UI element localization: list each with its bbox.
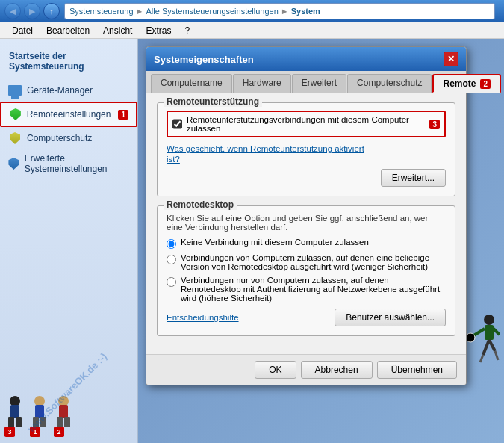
- soccer-decoration: [467, 314, 500, 368]
- up-button[interactable]: ↑: [43, 3, 60, 19]
- figure-3: 3: [3, 396, 27, 437]
- figure-2: 2: [52, 396, 75, 437]
- remote-support-link-block: Was geschieht, wenn Remoteunterstützung …: [167, 143, 446, 164]
- sidebar-item-geraete[interactable]: Geräte-Manager: [0, 79, 137, 102]
- decoration-figures: 3 1 2: [3, 396, 75, 437]
- dialog-body: Remoteunterstützung Remoteunterstützungs…: [146, 93, 466, 354]
- shield-blue-icon: [7, 156, 20, 171]
- svg-line-4: [480, 355, 483, 362]
- nav-buttons: ◀ ▶ ↑: [4, 3, 60, 19]
- radio-allow-nla-label: Verbindungen nur von Computern zulassen,…: [181, 276, 446, 303]
- sidebar-item-remote-label: Remoteeinstellungen: [27, 109, 111, 120]
- tab-remote-label: Remote: [443, 78, 476, 89]
- annotation-3: 3: [429, 120, 440, 129]
- title-bar: ◀ ▶ ↑ Systemsteuerung ► Alle Systemsteue…: [0, 0, 504, 22]
- computer-icon: [7, 83, 22, 98]
- radio-no-connect-input[interactable]: [167, 239, 176, 249]
- ok-button[interactable]: OK: [255, 361, 296, 379]
- sidebar-item-geraete-label: Geräte-Manager: [27, 85, 93, 96]
- annotation-1: 1: [118, 110, 128, 120]
- tab-computername[interactable]: Computername: [151, 74, 232, 93]
- menu-datei[interactable]: Datei: [6, 24, 39, 37]
- dialog-footer: OK Abbrechen Übernehmen: [146, 354, 466, 385]
- sidebar-item-erweitert-label: Erweiterte Systemeinstellungen: [25, 153, 130, 174]
- sidebar-item-schutz[interactable]: Computerschutz: [0, 127, 137, 149]
- remote-support-checkbox-label: Remoteunterstützungsverbindungen mit die…: [187, 115, 422, 133]
- system-properties-dialog: Systemeigenschaften ✕ Computername Hardw…: [146, 46, 467, 385]
- remote-support-link[interactable]: Was geschieht, wenn Remoteunterstützung …: [167, 144, 364, 164]
- sidebar-item-remote[interactable]: Remoteeinstellungen 1: [0, 102, 137, 127]
- address-part-3: System: [291, 7, 320, 16]
- annotation-2: 2: [480, 79, 491, 89]
- sidebar-item-erweitert[interactable]: Erweiterte Systemeinstellungen: [0, 149, 137, 178]
- address-bar[interactable]: Systemsteuerung ► Alle Systemsteuerungse…: [64, 3, 495, 19]
- sidebar: Startseite der Systemsteuerung Geräte-Ma…: [0, 39, 138, 443]
- remote-support-group: Remoteunterstützung Remoteunterstützungs…: [157, 102, 455, 196]
- benutzer-auswaehlen-button[interactable]: Benutzer auswählen...: [335, 309, 446, 326]
- menu-help[interactable]: ?: [178, 24, 196, 37]
- sep-2: ►: [281, 7, 289, 16]
- remote-support-btn-row: Erweitert...: [167, 169, 446, 187]
- address-part-1: Systemsteuerung: [69, 7, 134, 16]
- radio-allow-nla-input[interactable]: [167, 277, 176, 287]
- svg-point-8: [467, 333, 475, 342]
- radio-allow-any-input[interactable]: [167, 255, 176, 264]
- dialog-title: Systemeigenschaften: [154, 54, 254, 65]
- tab-computerschutz[interactable]: Computerschutz: [347, 74, 432, 93]
- address-part-2: Alle Systemsteuerungseinstellungen: [146, 7, 279, 16]
- back-button[interactable]: ◀: [4, 3, 21, 19]
- radio-no-connect-label: Keine Verbindung mit diesem Computer zul…: [181, 238, 446, 247]
- radio-allow-any-label: Verbindungen von Computern zulassen, auf…: [181, 253, 446, 271]
- radio-no-connect: Keine Verbindung mit diesem Computer zul…: [167, 238, 446, 249]
- remote-support-checkbox-row: Remoteunterstützungsverbindungen mit die…: [167, 111, 446, 137]
- sidebar-title: Startseite der Systemsteuerung: [0, 46, 137, 79]
- svg-point-0: [484, 315, 494, 325]
- sidebar-item-schutz-label: Computerschutz: [27, 133, 92, 143]
- svg-line-3: [489, 340, 495, 351]
- menu-ansicht[interactable]: Ansicht: [97, 24, 138, 37]
- forward-button[interactable]: ▶: [24, 3, 40, 19]
- svg-line-2: [483, 340, 489, 355]
- content-area: www.SoftwareOK.de :-) Systeme: [138, 39, 504, 443]
- erweitert-button[interactable]: Erweitert...: [381, 169, 446, 187]
- cancel-button[interactable]: Abbrechen: [301, 361, 373, 379]
- remote-support-label: Remoteunterstützung: [164, 96, 262, 107]
- sep-1: ►: [136, 7, 144, 16]
- menu-bar: Datei Bearbeiten Ansicht Extras ?: [0, 22, 504, 39]
- shield-green-icon: [9, 107, 22, 122]
- shield-yellow-icon: [7, 131, 22, 146]
- svg-line-5: [495, 351, 498, 360]
- entscheidungshilfe-link[interactable]: Entscheidungshilfe: [167, 313, 239, 322]
- menu-extras[interactable]: Extras: [140, 24, 177, 37]
- tab-remote[interactable]: Remote 2: [432, 74, 501, 93]
- remote-desktop-label: Remotedesktop: [164, 199, 237, 210]
- remote-desktop-desc: Klicken Sie auf eine Option und geben Si…: [167, 214, 446, 232]
- radio-allow-any: Verbindungen von Computern zulassen, auf…: [167, 253, 446, 271]
- menu-bearbeiten[interactable]: Bearbeiten: [40, 24, 96, 37]
- svg-line-7: [494, 329, 500, 335]
- svg-rect-1: [485, 325, 494, 340]
- main-layout: Startseite der Systemsteuerung Geräte-Ma…: [0, 39, 504, 443]
- dialog-close-button[interactable]: ✕: [444, 52, 458, 66]
- tab-erweitert[interactable]: Erweitert: [292, 74, 346, 93]
- figure-1: 1: [28, 396, 51, 437]
- remote-desktop-group: Remotedesktop Klicken Sie auf eine Optio…: [157, 205, 455, 336]
- remote-support-checkbox[interactable]: [172, 119, 182, 129]
- radio-allow-nla: Verbindungen nur von Computern zulassen,…: [167, 276, 446, 303]
- dialog-titlebar: Systemeigenschaften ✕: [146, 47, 466, 71]
- desktop-footer-row: Entscheidungshilfe Benutzer auswählen...: [167, 309, 446, 326]
- dialog-tabs: Computername Hardware Erweitert Computer…: [146, 71, 466, 93]
- apply-button[interactable]: Übernehmen: [377, 361, 457, 379]
- tab-hardware[interactable]: Hardware: [233, 74, 291, 93]
